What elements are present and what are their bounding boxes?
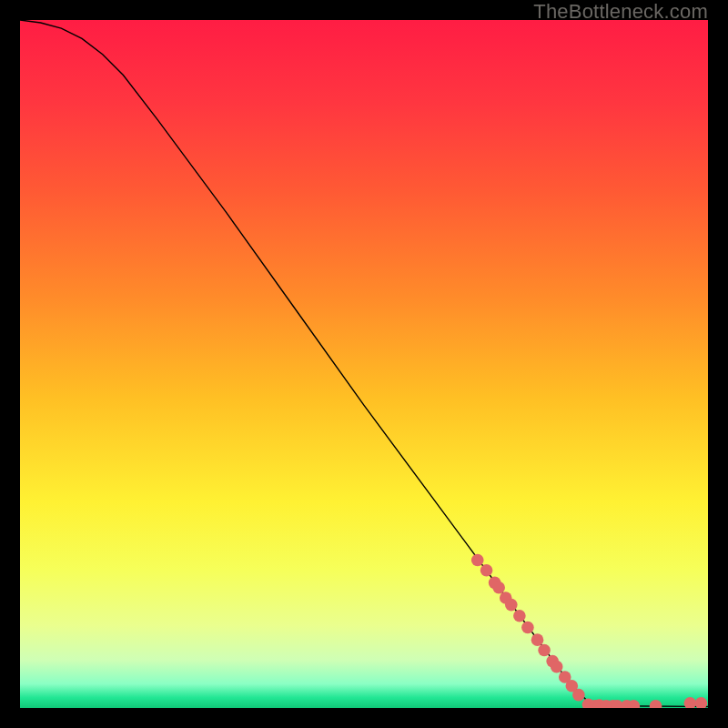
data-point <box>572 689 585 702</box>
data-point <box>513 610 526 622</box>
plot-area <box>20 20 708 708</box>
data-point <box>521 622 534 634</box>
data-point <box>492 581 505 594</box>
data-point <box>551 661 563 673</box>
data-point <box>505 599 518 612</box>
chart-frame: TheBottleneck.com <box>0 0 728 728</box>
chart-svg <box>20 20 708 708</box>
data-point <box>480 564 493 577</box>
data-point <box>531 633 544 646</box>
data-point <box>538 644 551 657</box>
data-point <box>471 554 484 567</box>
gradient-rect <box>20 20 708 708</box>
watermark-label: TheBottleneck.com <box>533 0 708 24</box>
